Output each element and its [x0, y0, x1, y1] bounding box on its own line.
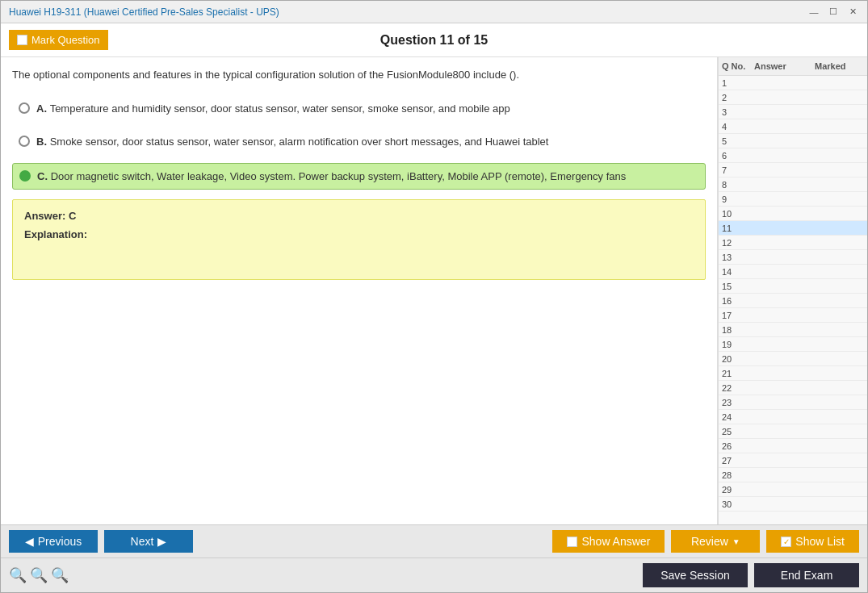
- q-number: 25: [722, 427, 754, 436]
- col-marked-header: Marked: [815, 61, 863, 71]
- review-dropdown-icon: ▼: [732, 537, 740, 546]
- question-list-row[interactable]: 21: [719, 366, 867, 381]
- zoom-out-button[interactable]: 🔍–: [51, 566, 69, 584]
- q-number: 17: [722, 311, 754, 320]
- show-answer-button[interactable]: Show Answer: [552, 530, 665, 553]
- question-list-row[interactable]: 30: [719, 497, 867, 512]
- option-c[interactable]: C. Door magnetic switch, Water leakage, …: [12, 163, 706, 190]
- answer-text: Answer: C: [24, 210, 694, 222]
- question-list-row[interactable]: 24: [719, 410, 867, 424]
- option-b-radio[interactable]: [19, 136, 30, 147]
- top-bar: Mark Question Question 11 of 15: [1, 23, 867, 57]
- question-list-row[interactable]: 10: [719, 207, 867, 221]
- end-exam-button[interactable]: End Exam: [754, 563, 859, 587]
- question-list-row[interactable]: 22: [719, 381, 867, 395]
- question-list-row[interactable]: 20: [719, 352, 867, 366]
- right-panel-header: Q No. Answer Marked: [719, 57, 867, 76]
- q-number: 5: [722, 136, 754, 146]
- question-list-row[interactable]: 13: [719, 250, 867, 265]
- arrow-right-icon: ▶: [157, 535, 166, 548]
- q-number: 19: [722, 340, 754, 349]
- option-b-text: B. Smoke sensor, door status sensor, wat…: [36, 134, 548, 150]
- q-number: 11: [722, 223, 754, 233]
- close-button[interactable]: ✕: [846, 6, 859, 19]
- content-body: The optional components and features in …: [1, 57, 867, 524]
- col-qno-header: Q No.: [722, 61, 754, 71]
- question-list-row[interactable]: 6: [719, 148, 867, 163]
- explanation-text: Explanation:: [24, 228, 694, 240]
- question-title: Question 11 of 15: [380, 33, 488, 48]
- previous-label: Previous: [38, 535, 82, 548]
- show-list-button[interactable]: ✓ Show List: [766, 530, 859, 553]
- q-number: 7: [722, 165, 754, 175]
- question-list-row[interactable]: 26: [719, 439, 867, 453]
- question-list-row[interactable]: 12: [719, 236, 867, 250]
- question-list-row[interactable]: 19: [719, 337, 867, 352]
- option-a-text: A. Temperature and humidity sensor, door…: [36, 101, 510, 117]
- question-list-row[interactable]: 3: [719, 105, 867, 119]
- q-number: 29: [722, 485, 754, 495]
- maximize-button[interactable]: ☐: [827, 6, 840, 19]
- option-c-radio[interactable]: [19, 170, 31, 182]
- minimize-button[interactable]: —: [807, 6, 820, 19]
- next-label: Next: [131, 535, 154, 548]
- q-number: 27: [722, 456, 754, 466]
- question-list-row[interactable]: 11: [719, 221, 867, 236]
- q-number: 9: [722, 194, 754, 204]
- answer-box: Answer: C Explanation:: [12, 199, 706, 280]
- right-panel: Q No. Answer Marked 1 2 3 4 5: [718, 57, 867, 524]
- question-list-row[interactable]: 4: [719, 119, 867, 134]
- question-list-row[interactable]: 7: [719, 163, 867, 177]
- q-number: 24: [722, 412, 754, 422]
- question-list-row[interactable]: 29: [719, 482, 867, 497]
- question-list-row[interactable]: 17: [719, 308, 867, 323]
- bottom-action-bar: 🔍 🔍 🔍– Save Session End Exam: [1, 558, 867, 592]
- save-session-button[interactable]: Save Session: [643, 563, 748, 587]
- q-number: 10: [722, 209, 754, 219]
- q-number: 21: [722, 369, 754, 378]
- window-chrome: Huawei H19-311 (Huawei Certified Pre-Sal…: [0, 0, 868, 593]
- next-button[interactable]: Next ▶: [104, 530, 193, 553]
- question-area: The optional components and features in …: [1, 57, 718, 524]
- review-button[interactable]: Review ▼: [671, 530, 760, 553]
- question-list-row[interactable]: 9: [719, 192, 867, 207]
- q-number: 30: [722, 499, 754, 509]
- question-list-row[interactable]: 1: [719, 76, 867, 90]
- q-number: 1: [722, 78, 754, 88]
- q-number: 20: [722, 354, 754, 364]
- q-number: 3: [722, 107, 754, 117]
- question-list-row[interactable]: 28: [719, 468, 867, 482]
- q-number: 14: [722, 267, 754, 277]
- question-list-row[interactable]: 14: [719, 265, 867, 279]
- question-list-row[interactable]: 15: [719, 279, 867, 294]
- option-c-text: C. Door magnetic switch, Water leakage, …: [37, 169, 626, 185]
- q-number: 15: [722, 282, 754, 291]
- question-list-row[interactable]: 18: [719, 323, 867, 337]
- save-session-label: Save Session: [660, 569, 730, 582]
- q-number: 8: [722, 180, 754, 190]
- bottom-nav: ◀ Previous Next ▶ Show Answer Review ▼ ✓…: [1, 524, 867, 558]
- zoom-in-button[interactable]: 🔍: [9, 566, 27, 584]
- question-list-row[interactable]: 23: [719, 395, 867, 410]
- option-a-radio[interactable]: [19, 102, 30, 114]
- previous-button[interactable]: ◀ Previous: [9, 530, 98, 553]
- title-bar: Huawei H19-311 (Huawei Certified Pre-Sal…: [1, 1, 867, 23]
- question-list-row[interactable]: 2: [719, 90, 867, 105]
- question-list-row[interactable]: 8: [719, 177, 867, 192]
- q-number: 13: [722, 253, 754, 262]
- review-label: Review: [691, 535, 728, 548]
- zoom-controls: 🔍 🔍 🔍–: [9, 566, 69, 584]
- question-list-row[interactable]: 16: [719, 294, 867, 308]
- question-list-row[interactable]: 25: [719, 424, 867, 439]
- option-a[interactable]: A. Temperature and humidity sensor, door…: [12, 96, 706, 122]
- zoom-reset-button[interactable]: 🔍: [30, 566, 48, 584]
- q-number: 4: [722, 122, 754, 132]
- window-title: Huawei H19-311 (Huawei Certified Pre-Sal…: [9, 6, 279, 18]
- arrow-left-icon: ◀: [25, 535, 34, 548]
- q-number: 12: [722, 238, 754, 248]
- mark-question-label: Mark Question: [31, 34, 100, 46]
- option-b[interactable]: B. Smoke sensor, door status sensor, wat…: [12, 129, 706, 155]
- question-list-row[interactable]: 5: [719, 134, 867, 148]
- question-list-row[interactable]: 27: [719, 453, 867, 468]
- mark-question-button[interactable]: Mark Question: [9, 30, 108, 50]
